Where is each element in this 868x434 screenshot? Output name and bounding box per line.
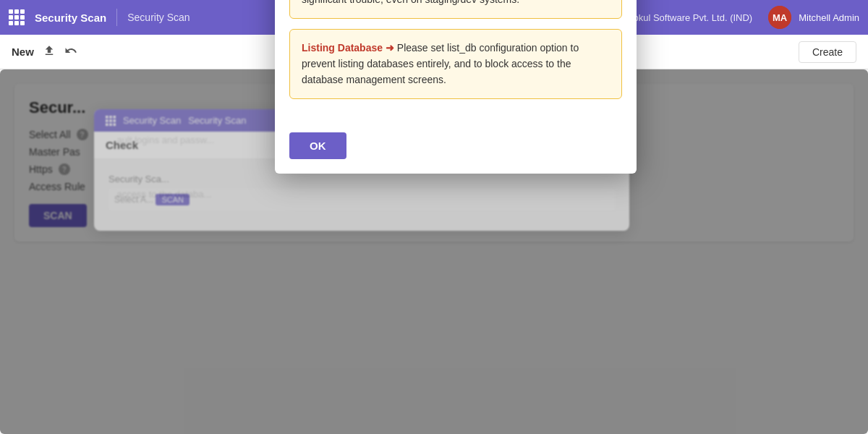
topbar-divider [116, 9, 117, 26]
dialog-footer: OK [275, 124, 637, 174]
svg-rect-2 [106, 116, 109, 119]
app-name: Security Scan [35, 12, 106, 24]
svg-rect-10 [114, 123, 116, 126]
svg-rect-6 [109, 119, 112, 122]
svg-rect-9 [109, 123, 112, 126]
svg-rect-8 [106, 123, 109, 126]
warning1-text: Do not install demo data on internet-fac… [302, 0, 587, 5]
bg-modal-label2: Security Scan [188, 115, 246, 126]
check-dialog: Check × Demo Database ➜ Do not install d… [275, 0, 637, 174]
modal-overlay: Security Scan Security Scan 5 8 Webkul..… [0, 69, 868, 434]
warning-card-1: Demo Database ➜ Do not install demo data… [289, 0, 622, 19]
username: Mitchell Admin [799, 12, 859, 23]
ok-button[interactable]: OK [289, 132, 346, 159]
topbar-breadcrumb[interactable]: Security Scan [127, 12, 190, 23]
new-button[interactable]: New [12, 46, 34, 58]
svg-rect-7 [114, 119, 116, 122]
create-button[interactable]: Create [799, 41, 856, 63]
warning2-label: Listing Database [302, 42, 383, 54]
svg-rect-3 [109, 116, 112, 119]
avatar[interactable]: MA [768, 6, 791, 29]
svg-text:MA: MA [773, 12, 788, 23]
dialog-body: Demo Database ➜ Do not install demo data… [275, 0, 637, 124]
warning2-arrow: ➜ [386, 42, 397, 54]
grid-icon[interactable] [9, 9, 25, 25]
bg-modal-label1: Security Scan [123, 115, 181, 126]
svg-rect-4 [114, 116, 116, 119]
main-content: Secur... Select All ? Master Pas Https ?… [0, 69, 868, 434]
warning-card-2: Listing Database ➜ Please set list_db co… [289, 29, 622, 99]
undo-icon[interactable] [64, 44, 77, 60]
company-name: Webkul Software Pvt. Ltd. (IND) [619, 12, 752, 23]
svg-rect-5 [106, 119, 109, 122]
upload-icon[interactable] [43, 44, 56, 60]
